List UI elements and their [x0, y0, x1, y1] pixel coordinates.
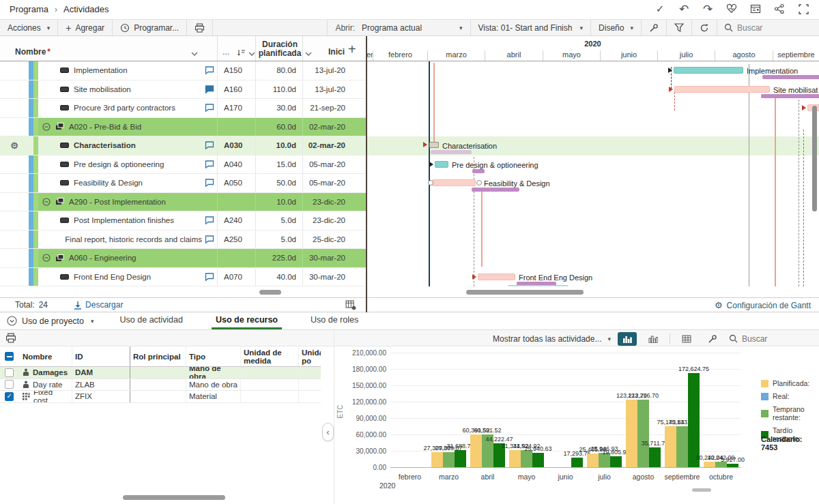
link-arrow-icon	[668, 68, 675, 73]
activity-row[interactable]: A020 - Pre-Bid & Bid60.0d02-mar-20	[0, 118, 367, 137]
gantt-bar[interactable]	[674, 86, 770, 93]
panel-icon[interactable]	[749, 3, 762, 15]
column-header-duracion[interactable]: Duraciónplanificada	[258, 40, 302, 58]
stacked-histogram-button[interactable]	[618, 332, 637, 346]
activity-row[interactable]: A290 - Post Implementation10.0d23-dic-20	[0, 193, 367, 212]
activity-row[interactable]: ⚙CharacterisationA03010.0d02-mar-20	[0, 136, 367, 155]
show-activities-dropdown[interactable]: Mostrar todas las actividade... ▾	[493, 334, 611, 344]
sort-icon[interactable]	[237, 48, 246, 57]
resource-col-header[interactable]: Unidad de medida	[240, 346, 298, 366]
resource-name: Fixed cost	[33, 391, 69, 402]
column-header-dots[interactable]: ...	[222, 47, 229, 57]
gear-icon[interactable]: ⚙	[10, 140, 18, 151]
resource-hscrollbar[interactable]	[123, 495, 225, 500]
health-heart-icon[interactable]	[725, 3, 738, 15]
refresh-button[interactable]	[691, 20, 717, 35]
row-checkbox[interactable]	[5, 392, 14, 401]
diseno-menu[interactable]: Diseño ▾	[590, 20, 641, 35]
gantt-hscrollbar[interactable]	[466, 290, 584, 295]
activity-row[interactable]: Feasibility & DesignA05050.0d05-mar-20	[0, 174, 367, 193]
resource-table-header: NombreIDRol principalTipoUnidad de medid…	[0, 346, 321, 367]
chevron-down-icon[interactable]	[248, 52, 255, 56]
projection-line	[799, 100, 799, 286]
resource-col-header[interactable]: Tipo	[186, 346, 240, 366]
activity-row[interactable]: A060 - Engineering225.0d30-mar-20	[0, 249, 367, 268]
gantt-bar[interactable]	[674, 67, 743, 74]
activity-bar-icon	[60, 274, 69, 280]
programar-button[interactable]: Programar...	[113, 20, 187, 35]
acciones-menu[interactable]: Acciones ▾	[0, 20, 58, 35]
activity-id-cell: A040	[217, 155, 255, 174]
activity-row[interactable]: Final report, historic records and claim…	[0, 231, 367, 250]
breadcrumb-program[interactable]: Programa	[10, 4, 48, 14]
resource-row[interactable]: Day rateZLABMano de obra	[0, 379, 321, 391]
chart-hscrollbar[interactable]	[692, 488, 711, 492]
progress-chip[interactable]	[429, 142, 439, 148]
collapse-panel-button[interactable]: ‹	[322, 423, 334, 441]
spreadsheet-button[interactable]	[677, 332, 696, 346]
gantt-settings-link[interactable]: ⚙ Configuración de Gantt	[715, 300, 811, 310]
redo-icon[interactable]: ↷	[702, 3, 714, 15]
search-input[interactable]	[737, 23, 812, 33]
gantt-bar[interactable]	[435, 161, 448, 168]
tab-uso-de-actividad[interactable]: Uso de actividad	[116, 312, 187, 329]
usage-search-input[interactable]	[742, 334, 814, 344]
row-checkbox[interactable]	[5, 368, 14, 377]
add-column-icon[interactable]: +	[348, 42, 356, 57]
activity-row[interactable]: Pre design & optioneeringA04015.0d05-mar…	[0, 155, 367, 175]
usage-print-button[interactable]	[5, 333, 16, 343]
agregar-button[interactable]: + Agregar	[58, 20, 113, 35]
usage-tools-button[interactable]	[703, 332, 722, 346]
resource-row[interactable]: DamagesDAMMano de obra	[0, 367, 321, 379]
chevron-down-icon[interactable]	[191, 52, 198, 56]
row-strip-green	[33, 231, 38, 249]
column-header-inicio[interactable]: Inici	[311, 47, 345, 57]
grid-hscrollbar[interactable]	[259, 290, 281, 295]
row-checkbox[interactable]	[5, 380, 14, 389]
resource-col-header[interactable]: Nombre	[18, 346, 72, 366]
activity-row[interactable]: Post Implementation finishesA2405.0d23-d…	[0, 211, 367, 231]
tab-uso-de-roles[interactable]: Uso de roles	[306, 312, 362, 329]
undo-icon[interactable]: ↶	[678, 3, 690, 15]
gantt-bar[interactable]	[478, 273, 515, 280]
tools-button[interactable]	[641, 20, 666, 35]
check-icon[interactable]: ✓	[654, 3, 666, 15]
grid-gantt-divider[interactable]	[366, 36, 367, 312]
activity-row[interactable]: ImplementationA15080.0d13-jul-20	[0, 61, 367, 80]
activity-row[interactable]: Site mobilisationA160110.0d13-jul-20	[0, 80, 367, 100]
vista-dropdown[interactable]: Vista: 01- Start and Finish ▾	[470, 20, 591, 35]
filter-button[interactable]	[666, 20, 691, 35]
resource-table: NombreIDRol principalTipoUnidad de medid…	[0, 346, 321, 403]
usage-type-dropdown[interactable]: Uso de proyecto ▾	[0, 312, 104, 329]
resource-row[interactable]: Fixed costZFIXMaterial	[0, 391, 321, 403]
toolbar-search[interactable]	[717, 20, 819, 35]
activity-name: Procure 3rd party contractors	[74, 104, 175, 112]
resource-up-cell	[298, 391, 321, 402]
outline-histogram-button[interactable]	[644, 332, 663, 346]
row-strip-blue	[29, 174, 33, 192]
fullscreen-icon[interactable]	[797, 3, 809, 15]
activity-row[interactable]: Front End Eng DesignA07040.0d30-mar-20	[0, 268, 367, 287]
download-link[interactable]: Descargar	[74, 300, 123, 310]
legend-label: Temprano restante:	[773, 405, 819, 421]
resource-col-header[interactable]: ID	[72, 346, 130, 366]
activity-duration-cell: 80.0d	[255, 61, 302, 80]
collapse-row-icon	[42, 123, 51, 131]
abrir-dropdown[interactable]: Abrir: Programa actual ▾	[327, 20, 470, 35]
comment-cell	[202, 118, 217, 136]
resource-col-header[interactable]: Rol principal	[130, 346, 186, 366]
table-options-icon[interactable]	[345, 300, 356, 310]
share-icon[interactable]	[773, 3, 786, 15]
tab-uso-de-recurso[interactable]: Uso de recurso	[212, 312, 282, 329]
print-button[interactable]	[187, 20, 213, 35]
select-all-checkbox[interactable]	[5, 352, 14, 361]
column-header-nombre[interactable]: Nombre*	[15, 47, 51, 57]
resource-col-header[interactable]: Unidad po	[298, 346, 321, 366]
activity-name: A020 - Pre-Bid & Bid	[69, 123, 141, 131]
activity-row[interactable]: Procure 3rd party contractorsA17030.0d21…	[0, 99, 367, 118]
gantt-bar[interactable]	[432, 179, 476, 186]
usage-search[interactable]	[729, 334, 814, 344]
resource-id-cell: ZFIX	[72, 391, 130, 402]
histogram-outline-icon	[648, 335, 658, 343]
gantt-vscrollbar[interactable]	[812, 106, 817, 211]
